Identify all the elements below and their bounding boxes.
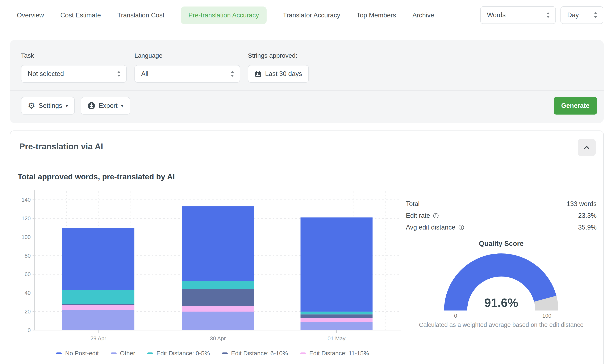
bar-segment[interactable]: [301, 312, 373, 314]
legend-label: Other: [120, 350, 135, 357]
legend-marker: [111, 352, 117, 354]
task-select-value: Not selected: [28, 70, 64, 78]
tab-translation-cost[interactable]: Translation Cost: [117, 12, 165, 19]
stats-panel: Total 133 words Edit rate 23.3% Avg edit…: [406, 198, 597, 234]
gear-icon: ⚙: [28, 102, 35, 110]
legend-item[interactable]: No Post-edit: [56, 350, 99, 357]
download-icon: [87, 102, 95, 110]
filter-panel-divider: [10, 90, 604, 91]
tab-overview[interactable]: Overview: [17, 12, 44, 19]
bar-segment[interactable]: [182, 281, 254, 289]
bar-segment[interactable]: [301, 318, 373, 322]
export-button[interactable]: Export ▾: [81, 97, 130, 115]
svg-text:20: 20: [25, 308, 31, 315]
chevron-down-icon: ▾: [66, 103, 68, 108]
select-arrows-icon: [546, 12, 550, 19]
legend-marker: [56, 352, 62, 354]
card-title: Pre-translation via AI: [19, 142, 103, 151]
report-filter-panel: Task Language Strings approved: Not sele…: [10, 40, 604, 123]
tab-archive[interactable]: Archive: [412, 12, 434, 19]
legend-item[interactable]: Edit Distance: 0-5%: [147, 350, 210, 357]
svg-text:01 May: 01 May: [328, 335, 345, 341]
svg-text:140: 140: [22, 196, 31, 203]
pre-translation-card: Pre-translation via AI Total approved wo…: [10, 130, 604, 364]
generate-button[interactable]: Generate: [554, 97, 597, 115]
chart-legend: No Post-editOtherEdit Distance: 0-5%Edit…: [13, 350, 412, 357]
bar-segment[interactable]: [301, 314, 373, 318]
edit-rate-label: Edit rate: [406, 212, 430, 220]
total-label: Total: [406, 200, 420, 208]
settings-button[interactable]: ⚙ Settings ▾: [21, 97, 75, 115]
select-arrows-icon: [593, 12, 598, 19]
bar-segment[interactable]: [62, 310, 135, 330]
tab-pre-translation-accuracy[interactable]: Pre-translation Accuracy: [181, 7, 267, 24]
quality-score-title: Quality Score: [406, 240, 597, 247]
bar-segment[interactable]: [62, 290, 135, 304]
reports-page: Overview Cost Estimate Translation Cost …: [0, 0, 605, 364]
legend-marker: [300, 352, 306, 354]
svg-text:30 Apr: 30 Apr: [210, 335, 226, 341]
legend-label: No Post-edit: [65, 350, 99, 357]
legend-item[interactable]: Edit Distance: 6-10%: [222, 350, 288, 357]
svg-text:29 Apr: 29 Apr: [90, 335, 106, 341]
bar-segment[interactable]: [182, 306, 254, 312]
svg-text:120: 120: [22, 215, 31, 221]
legend-label: Edit Distance: 0-5%: [156, 350, 210, 357]
chevron-up-icon: [584, 145, 590, 150]
date-range-value: Last 30 days: [265, 70, 302, 78]
language-label: Language: [135, 52, 162, 59]
chevron-down-icon: ▾: [121, 103, 124, 108]
legend-item[interactable]: Edit Distance: 11-15%: [300, 350, 369, 357]
tab-top-members[interactable]: Top Members: [357, 12, 396, 19]
legend-item[interactable]: Other: [111, 350, 135, 357]
language-select-value: All: [141, 70, 148, 78]
strings-approved-label: Strings approved:: [248, 52, 297, 59]
info-icon[interactable]: [433, 213, 439, 219]
svg-text:40: 40: [25, 290, 31, 296]
export-button-label: Export: [99, 102, 118, 109]
task-select[interactable]: Not selected: [21, 65, 127, 83]
stat-row-avg-edit-distance: Avg edit distance 35.9%: [406, 222, 597, 233]
info-icon[interactable]: [458, 224, 464, 230]
period-select[interactable]: Day: [561, 6, 603, 24]
legend-label: Edit Distance: 11-15%: [309, 350, 369, 357]
svg-text:80: 80: [25, 253, 31, 259]
bar-segment[interactable]: [62, 228, 135, 290]
date-range-button[interactable]: Last 30 days: [248, 65, 309, 83]
tab-cost-estimate[interactable]: Cost Estimate: [60, 12, 101, 19]
period-select-value: Day: [567, 11, 579, 19]
avg-edit-distance-label: Avg edit distance: [406, 224, 455, 231]
collapse-button[interactable]: [578, 139, 596, 156]
tab-translator-accuracy[interactable]: Translator Accuracy: [283, 12, 340, 19]
bar-segment[interactable]: [182, 312, 254, 330]
unit-select-value: Words: [487, 11, 506, 19]
bar-segment[interactable]: [182, 206, 254, 281]
task-label: Task: [21, 52, 34, 59]
bar-segment[interactable]: [301, 322, 373, 330]
select-arrows-icon: [230, 70, 235, 78]
legend-marker: [222, 352, 228, 354]
bar-segment[interactable]: [62, 305, 135, 310]
report-tabs: Overview Cost Estimate Translation Cost …: [17, 6, 434, 25]
total-value: 133 words: [566, 200, 597, 208]
chart-title: Total approved words, pre-translated by …: [18, 172, 175, 181]
bar-segment[interactable]: [182, 289, 254, 306]
gauge-max-label: 100: [540, 312, 554, 319]
stat-row-edit-rate: Edit rate 23.3%: [406, 210, 597, 221]
bar-segment[interactable]: [301, 217, 373, 312]
unit-select[interactable]: Words: [480, 6, 556, 24]
select-arrows-icon: [117, 70, 121, 78]
settings-button-label: Settings: [39, 102, 62, 109]
quality-score-caption: Calculated as a weighted average based o…: [406, 321, 597, 328]
legend-label: Edit Distance: 6-10%: [231, 350, 288, 357]
avg-edit-distance-value: 35.9%: [578, 224, 597, 231]
bar-segment[interactable]: [62, 304, 135, 305]
legend-marker: [147, 352, 153, 354]
quality-score-value: 91.6%: [406, 296, 597, 310]
filter-actions: ⚙ Settings ▾ Export ▾: [21, 97, 130, 115]
calendar-icon: [255, 70, 262, 78]
svg-text:60: 60: [25, 271, 31, 277]
card-header: Pre-translation via AI: [10, 131, 603, 164]
gauge-min-label: 0: [449, 312, 463, 319]
language-select[interactable]: All: [135, 65, 240, 83]
